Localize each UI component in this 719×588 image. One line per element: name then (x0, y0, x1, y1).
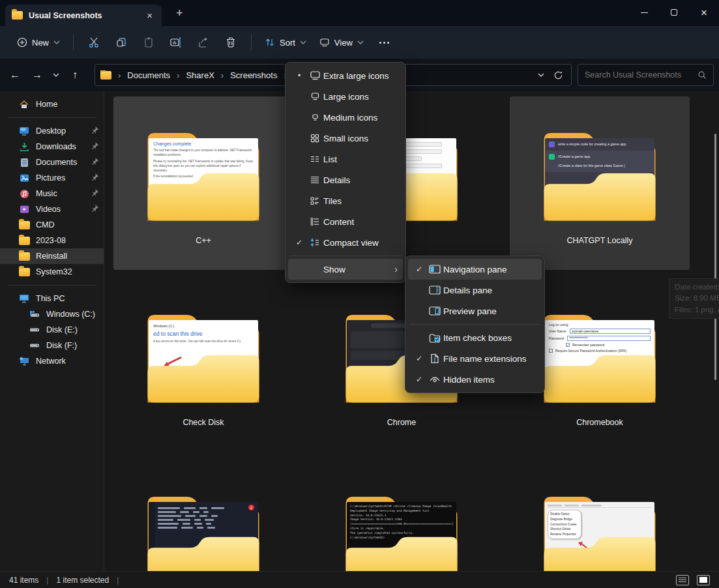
recent-locations-button[interactable] (48, 64, 64, 86)
pin-icon (91, 173, 100, 183)
sidebar-item-downloads[interactable]: Downloads (0, 139, 104, 154)
list-icon (306, 154, 323, 164)
menu-item-tiles[interactable]: Tiles (288, 190, 403, 211)
copy-icon (115, 37, 127, 48)
breadcrumb-documents[interactable]: Documents (127, 70, 170, 80)
pin-icon (91, 141, 100, 152)
sidebar-item-pictures[interactable]: Pictures (0, 170, 104, 186)
submenu-item-hidden-items[interactable]: ✓ Hidden items (408, 369, 542, 390)
check-icon: ✓ (412, 375, 426, 384)
folder-name: CHATGPT Locally (510, 236, 690, 245)
view-icon (319, 38, 330, 47)
search-icon (697, 70, 707, 80)
folder-item-check-disk[interactable]: Windows (C:) ed to scan this drive d any… (113, 278, 293, 452)
details-icon (306, 175, 323, 185)
paste-button[interactable] (135, 31, 162, 53)
refresh-icon[interactable] (553, 70, 563, 80)
sidebar-item-videos[interactable]: Videos (0, 201, 104, 217)
breadcrumb-sharex[interactable]: ShareX (186, 70, 214, 80)
pin-icon (91, 188, 100, 199)
tab-title: Usual Screenshots (29, 11, 138, 20)
rename-button[interactable]: A (162, 31, 190, 53)
pin-icon (91, 126, 100, 136)
sidebar-item-cmd[interactable]: CMD (0, 217, 104, 233)
folder-name: Chrome (312, 418, 492, 427)
sidebar-item-documents[interactable]: Documents (0, 154, 104, 170)
breadcrumb-screenshots[interactable]: Screenshots (230, 70, 277, 80)
folder-item[interactable]: C:\Windows\System32>DISM /Online /Cleanu… (312, 460, 492, 571)
check-icon: ✓ (292, 238, 306, 247)
titlebar: Usual Screenshots × + × (0, 0, 719, 26)
new-tab-button[interactable]: + (171, 7, 188, 20)
menu-item-compact-view[interactable]: ✓ Compact view (288, 232, 403, 253)
folder-front-icon (138, 484, 269, 571)
sidebar-item-home[interactable]: Home (0, 96, 104, 112)
menu-item-list[interactable]: List (288, 149, 403, 169)
menu-item-show[interactable]: Show › (288, 259, 403, 280)
folder-item[interactable]: Disable Status Diagnose Bridge Connectio… (510, 460, 690, 571)
share-button[interactable] (190, 31, 217, 53)
delete-button[interactable] (217, 31, 244, 53)
new-button[interactable]: New (10, 33, 66, 52)
up-button[interactable]: ↑ (64, 64, 86, 86)
folder-icon (18, 251, 30, 261)
sidebar-item-network[interactable]: Network (0, 353, 104, 369)
check-icon: ✓ (412, 354, 426, 363)
vertical-scrollbar[interactable] (714, 134, 716, 380)
copy-button[interactable] (108, 31, 135, 53)
menu-item-extra-large-icons[interactable]: • Extra large icons (288, 65, 403, 86)
search-box[interactable] (578, 64, 714, 86)
sidebar-item-disk-f[interactable]: Disk (F:) (0, 338, 104, 353)
sidebar-item-system32[interactable]: System32 (0, 264, 104, 280)
maximize-button[interactable] (659, 0, 689, 25)
search-input[interactable] (585, 70, 697, 80)
cut-button[interactable] (80, 31, 108, 53)
network-icon (18, 356, 30, 366)
details-view-toggle[interactable] (676, 575, 689, 585)
menu-item-small-icons[interactable]: Small icons (288, 128, 403, 149)
folder-front-icon (138, 302, 269, 406)
forward-button[interactable]: → (26, 64, 48, 86)
see-more-button[interactable] (370, 42, 398, 44)
submenu-item-file-name-extensions[interactable]: ✓ File name extensions (408, 348, 542, 369)
menu-item-details[interactable]: Details (288, 169, 403, 190)
sort-button[interactable]: Sort (258, 33, 313, 52)
sidebar-item-2023-08[interactable]: 2023-08 (0, 233, 104, 248)
close-icon: × (701, 7, 707, 18)
tab-usual-screenshots[interactable]: Usual Screenshots × (5, 5, 162, 26)
sidebar-item-this-pc[interactable]: This PC (0, 291, 104, 306)
thumbnail-view-toggle[interactable] (697, 575, 710, 585)
close-button[interactable]: × (689, 0, 719, 25)
share-icon (198, 37, 209, 48)
submenu-item-item-check-boxes[interactable]: Item check boxes (408, 327, 542, 348)
sidebar-item-reinstall[interactable]: Reinstall (0, 248, 104, 264)
menu-item-content[interactable]: Content (288, 211, 403, 232)
minimize-icon (641, 12, 648, 13)
sidebar-item-music[interactable]: Music (0, 186, 104, 201)
medium-icons-icon (306, 112, 323, 123)
back-button[interactable]: ← (4, 64, 26, 86)
file-explorer-window: Usual Screenshots × + × New A (0, 0, 719, 588)
submenu-item-details-pane[interactable]: Details pane (408, 280, 542, 301)
drive-icon (29, 340, 40, 351)
show-submenu: ✓ Navigation pane Details pane Preview p… (405, 256, 545, 393)
folder-item-chatgpt-locally[interactable]: write a simple code for creating a game … (510, 96, 690, 270)
folder-front-icon (535, 302, 665, 406)
file-name-extensions-icon (426, 353, 443, 364)
folder-item-cpp[interactable]: Changes complete The tool has made chang… (113, 96, 293, 270)
view-button[interactable]: View (313, 33, 370, 52)
sidebar-item-disk-e[interactable]: Disk (E:) (0, 322, 104, 338)
sidebar-item-desktop[interactable]: Desktop (0, 123, 104, 139)
sidebar-item-windows-c[interactable]: Windows (C:) (0, 306, 104, 322)
minimize-button[interactable] (629, 0, 659, 25)
hidden-items-eye-icon (426, 375, 443, 383)
folder-name: Chromebook (510, 418, 690, 427)
folder-item[interactable]: 2 (113, 460, 293, 571)
menu-item-large-icons[interactable]: Large icons (288, 86, 403, 107)
menu-item-medium-icons[interactable]: Medium icons (288, 107, 403, 128)
music-icon (18, 188, 30, 199)
submenu-item-navigation-pane[interactable]: ✓ Navigation pane (408, 259, 542, 280)
address-dropdown-icon[interactable] (538, 73, 544, 77)
tab-close-icon[interactable]: × (144, 10, 155, 21)
submenu-item-preview-pane[interactable]: Preview pane (408, 301, 542, 321)
